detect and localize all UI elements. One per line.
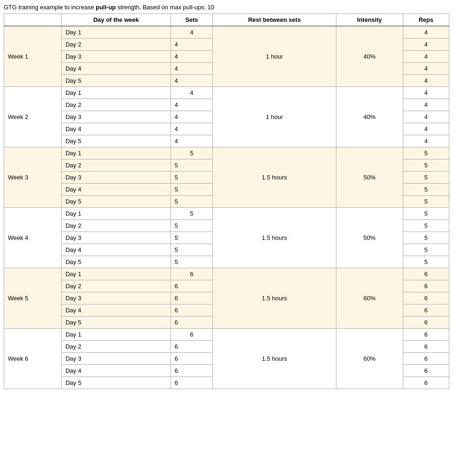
sets-cell: 4 [171,123,213,135]
sets-cell: 6 [171,377,213,389]
day-cell: Day 4 [61,365,171,377]
col-header-3: Rest between sets [213,14,336,26]
intensity-cell: 60% [336,329,403,389]
day-cell: Day 5 [61,377,171,389]
day-cell: Day 2 [61,99,171,111]
sets-cell: 5 [171,159,213,172]
table-row: Week 5Day 161.5 hours60%6 [4,268,449,280]
reps-cell: 4 [403,135,449,147]
reps-cell: 5 [403,232,449,244]
sets-cell: 5 [171,172,213,184]
reps-cell: 6 [403,365,449,377]
day-cell: Day 2 [61,159,171,172]
sets-cell: 6 [171,280,213,292]
sets-cell: 5 [171,256,213,268]
week-label: Week 5 [4,268,62,329]
table-row: Week 6Day 161.5 hours60%6 [4,329,449,341]
table-row: Week 1Day 141 hour40%4 [4,26,449,39]
day-cell: Day 4 [61,244,171,256]
day-cell: Day 4 [61,123,171,135]
reps-cell: 5 [403,172,449,184]
reps-cell: 4 [403,111,449,123]
sets-cell: 4 [171,111,213,123]
day-cell: Day 5 [61,75,171,87]
day-cell: Day 5 [61,256,171,268]
sets-cell: 5 [171,147,213,159]
reps-cell: 5 [403,159,449,172]
rest-cell: 1.5 hours [213,268,336,329]
sets-cell: 6 [171,292,213,304]
sets-cell: 5 [171,196,213,208]
intensity-cell: 50% [336,208,403,268]
sets-cell: 4 [171,51,213,63]
day-cell: Day 2 [61,341,171,353]
week-label: Week 4 [4,208,62,268]
sets-cell: 5 [171,232,213,244]
reps-cell: 5 [403,196,449,208]
day-cell: Day 5 [61,196,171,208]
reps-cell: 4 [403,39,449,51]
day-cell: Day 4 [61,184,171,196]
day-cell: Day 3 [61,232,171,244]
sets-cell: 5 [171,184,213,196]
page-title: GTG training example to increase pull-up… [4,4,449,11]
reps-cell: 5 [403,256,449,268]
sets-cell: 4 [171,99,213,111]
reps-cell: 6 [403,304,449,317]
sets-cell: 6 [171,317,213,329]
reps-cell: 5 [403,147,449,159]
intensity-cell: 50% [336,147,403,208]
reps-cell: 5 [403,208,449,220]
col-header-1: Day of the week [61,14,171,26]
day-cell: Day 2 [61,220,171,232]
reps-cell: 5 [403,184,449,196]
sets-cell: 4 [171,39,213,51]
rest-cell: 1.5 hours [213,208,336,268]
day-cell: Day 3 [61,111,171,123]
table-row: Week 2Day 141 hour40%4 [4,87,449,99]
page-container: GTG training example to increase pull-up… [0,0,453,393]
reps-cell: 6 [403,268,449,280]
week-label: Week 1 [4,26,62,87]
reps-cell: 5 [403,244,449,256]
reps-cell: 4 [403,99,449,111]
day-cell: Day 1 [61,329,171,341]
reps-cell: 4 [403,123,449,135]
reps-cell: 4 [403,51,449,63]
sets-cell: 6 [171,341,213,353]
day-cell: Day 4 [61,63,171,75]
sets-cell: 6 [171,268,213,280]
week-label: Week 2 [4,87,62,147]
training-table: Day of the weekSetsRest between setsInte… [4,13,449,389]
reps-cell: 4 [403,75,449,87]
col-header-2: Sets [171,14,213,26]
sets-cell: 5 [171,208,213,220]
sets-cell: 4 [171,135,213,147]
sets-cell: 4 [171,26,213,39]
col-header-5: Reps [403,14,449,26]
reps-cell: 4 [403,87,449,99]
rest-cell: 1.5 hours [213,147,336,208]
col-header-4: Intensity [336,14,403,26]
day-cell: Day 2 [61,280,171,292]
reps-cell: 6 [403,377,449,389]
sets-cell: 6 [171,353,213,365]
reps-cell: 4 [403,63,449,75]
day-cell: Day 1 [61,26,171,39]
day-cell: Day 1 [61,208,171,220]
intensity-cell: 40% [336,26,403,87]
reps-cell: 4 [403,26,449,39]
reps-cell: 6 [403,317,449,329]
sets-cell: 4 [171,63,213,75]
week-label: Week 6 [4,329,62,389]
day-cell: Day 1 [61,147,171,159]
reps-cell: 6 [403,292,449,304]
sets-cell: 4 [171,87,213,99]
rest-cell: 1 hour [213,26,336,87]
rest-cell: 1.5 hours [213,329,336,389]
reps-cell: 6 [403,353,449,365]
day-cell: Day 2 [61,39,171,51]
week-label: Week 3 [4,147,62,208]
reps-cell: 6 [403,280,449,292]
day-cell: Day 1 [61,87,171,99]
